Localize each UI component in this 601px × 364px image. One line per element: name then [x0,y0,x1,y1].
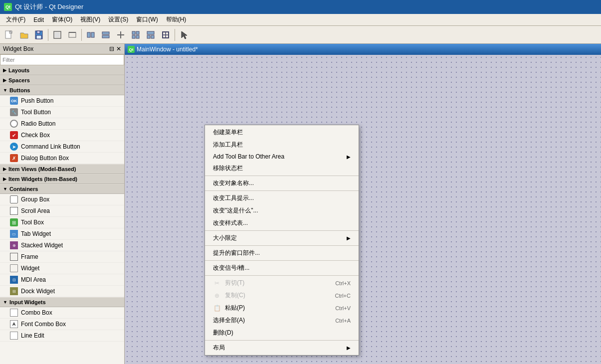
widget-box-float-btn[interactable]: ⊟ [109,45,114,52]
svg-rect-20 [147,35,150,38]
svg-rect-15 [132,31,135,34]
ctx-add-toolbar[interactable]: 添加工具栏 [205,139,359,151]
category-input-widgets[interactable]: Input Widgets [0,297,124,307]
ctx-change-signals[interactable]: 改变信号/槽... [205,262,359,274]
menu-form[interactable]: 窗体(O) [48,14,76,25]
ctx-paste[interactable]: 📋 粘贴(P) Ctrl+V [205,302,359,314]
mdi-title: MainWindow - untitled* [137,46,198,53]
widget-tool-button[interactable]: 🔧 Tool Button [0,107,124,118]
svg-rect-9 [87,32,90,37]
combo-box-label: Combo Box [21,309,52,316]
ctx-cut[interactable]: ✂ 剪切(T) Ctrl+X [205,277,359,289]
ctx-change-signals-label: 改变信号/槽... [213,264,249,272]
toolbar-layout5-btn[interactable] [144,28,158,42]
dialog-button-icon: ✗ [10,154,18,162]
widget-dialog-button-box[interactable]: ✗ Dialog Button Box [0,153,124,164]
widget-box-header: Widget Box ⊟ ✕ [0,44,124,54]
category-spacers[interactable]: Spacers [0,75,124,85]
ctx-remove-status-label: 移除状态栏 [213,164,243,173]
menu-file[interactable]: 文件(F) [2,14,29,25]
ctx-change-name[interactable]: 改变对象名称... [205,177,359,189]
widget-box-close-btn[interactable]: ✕ [116,45,121,52]
ctx-promote[interactable]: 提升的窗口部件... [205,247,359,259]
widget-line-edit[interactable]: Line Edit [0,330,124,342]
containers-arrow [3,186,7,191]
toolbar-layout4-btn[interactable] [129,28,143,42]
mdi-titlebar: Qt MainWindow - untitled* [125,44,601,55]
app-logo: Qt [4,3,12,11]
widget-mdi[interactable]: ⊡ MDI Area [0,274,124,286]
widget-widget[interactable]: Widget [0,263,124,274]
ctx-sep-1 [205,176,359,176]
widget-command-link[interactable]: ➤ Command Link Button [0,141,124,153]
widget-group-box[interactable]: Group Box [0,194,124,205]
widget-font-combo-box[interactable]: A Font Combo Box [0,319,124,330]
ctx-add-toolbar-label: 添加工具栏 [213,141,243,149]
combo-box-icon [10,309,18,317]
ctx-create-menu[interactable]: 创建菜单栏 [205,126,359,139]
widget-check-box[interactable]: ✔ Check Box [0,130,124,141]
toolbar-layout6-btn[interactable] [159,28,173,42]
widget-frame[interactable]: Frame [0,251,124,263]
ctx-layout[interactable]: 布局 ▶ [205,342,359,354]
widget-scroll-area[interactable]: Scroll Area [0,205,124,217]
category-buttons[interactable]: Buttons [0,85,124,95]
widget-stacked[interactable]: ⊕ Stacked Widget [0,240,124,251]
toolbar-pointer-btn[interactable] [177,28,191,42]
group-box-label: Group Box [21,196,49,203]
ctx-size-constraint-label: 大小限定 [213,234,237,242]
ctx-add-toolbar-other[interactable]: Add Tool Bar to Other Area ▶ [205,151,359,162]
main-canvas[interactable]: 创建菜单栏 添加工具栏 Add Tool Bar to Other Area ▶… [125,55,601,364]
category-layouts[interactable]: Layouts [0,65,124,75]
toolbar-btn-5[interactable] [65,28,79,42]
filter-input[interactable] [0,54,124,65]
ctx-select-all-shortcut: Ctrl+A [335,318,351,324]
category-containers[interactable]: Containers [0,184,124,194]
toolbar-save-btn[interactable] [32,28,46,42]
ctx-change-stylesheet[interactable]: 改变样式表... [205,217,359,229]
item-widgets-label: Item Widgets (Item-Based) [8,176,77,182]
toolbar-layout-btn[interactable] [84,28,98,42]
menu-edit[interactable]: Edit [29,15,48,24]
widget-list: Layouts Spacers Buttons OK Push Button 🔧… [0,65,124,364]
ctx-size-constraint[interactable]: 大小限定 ▶ [205,232,359,244]
ctx-layout-arrow: ▶ [347,345,351,351]
widget-tab-widget[interactable]: ▭ Tab Widget [0,228,124,240]
ctx-delete[interactable]: 删除(D) [205,327,359,339]
cut-icon: ✂ [213,279,221,287]
toolbar-open-btn[interactable] [17,28,31,42]
ctx-copy[interactable]: ⊕ 复制(C) Ctrl+C [205,289,359,302]
widget-combo-box[interactable]: Combo Box [0,307,124,319]
tab-widget-icon: ▭ [10,230,18,238]
item-views-arrow [3,167,6,172]
widget-push-button[interactable]: OK Push Button [0,95,124,107]
menu-window[interactable]: 窗口(W) [132,14,162,25]
toolbar-btn-4[interactable] [50,28,64,42]
toolbar-layout2-btn[interactable] [99,28,113,42]
widget-tool-box[interactable]: ⊞ Tool Box [0,217,124,228]
toolbar-new-btn[interactable] [2,28,16,42]
toolbar-layout3-btn[interactable] [114,28,128,42]
menu-settings[interactable]: 设置(S) [104,14,132,25]
menu-view[interactable]: 视图(V) [76,14,104,25]
category-item-widgets[interactable]: Item Widgets (Item-Based) [0,174,124,184]
command-link-label: Command Link Button [21,143,80,150]
ctx-remove-status[interactable]: 移除状态栏 [205,162,359,175]
check-box-label: Check Box [21,132,50,139]
widget-radio-button[interactable]: Radio Button [0,118,124,130]
svg-marker-25 [182,31,187,39]
frame-icon [10,253,18,261]
mdi-qt-logo: Qt [128,46,135,53]
menu-help[interactable]: 帮助(H) [162,14,191,25]
ctx-change-tooltip[interactable]: 改变工具提示... [205,192,359,204]
ctx-change-whatsthis[interactable]: 改变"这是什么"... [205,204,359,217]
spacers-label: Spacers [8,77,30,83]
category-item-views[interactable]: Item Views (Model-Based) [0,164,124,174]
stacked-icon: ⊕ [10,241,18,249]
svg-rect-18 [136,35,139,38]
svg-rect-6 [55,32,60,37]
dock-icon: ⊟ [10,287,18,295]
widget-dock[interactable]: ⊟ Dock Widget [0,286,124,297]
ctx-select-all[interactable]: 选择全部(A) Ctrl+A [205,314,359,327]
ctx-layout-label: 布局 [213,344,225,352]
